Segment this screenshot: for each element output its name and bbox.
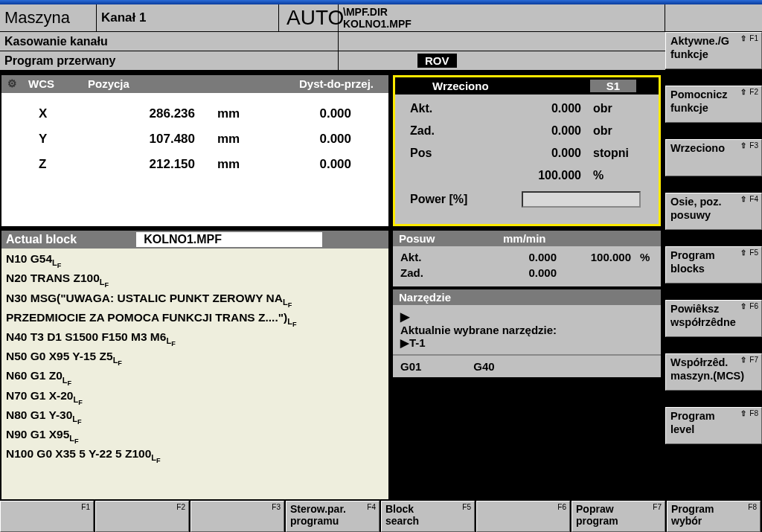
program-line: N100 G0 X35 5 Y-22 5 Z100LF <box>6 446 384 466</box>
vsoftkey-label: Współrzêd.maszyn.(MCS) <box>670 356 744 381</box>
arrow-up-icon: ⇧ <box>740 409 746 418</box>
vsoftkey-spindle[interactable]: ⇧ F3 Wrzeciono <box>665 139 762 176</box>
spindle-row-pos: Pos 0.000 stopni <box>410 147 644 160</box>
play-icon: ▶ <box>400 310 653 324</box>
gcode-g01: G01 <box>400 360 421 373</box>
vsoftkey-program-level[interactable]: ⇧ F8 Programlevel <box>665 407 762 444</box>
program-header-label: Actual block <box>6 233 77 246</box>
hsoftkey-program-select[interactable]: F8Programwybór <box>667 501 761 532</box>
status-header: Kasowanie kanału Program przerwany ROV <box>0 32 665 71</box>
feed-unit-header: mm/min <box>503 232 546 245</box>
channel-label: Kanał 1 <box>97 4 279 31</box>
program-panel: Actual block KOLNO1.MPF N10 G54LFN20 TRA… <box>1 231 388 499</box>
fkey-label: F7 <box>653 503 662 512</box>
gcode-row: G01 G40 <box>393 354 661 377</box>
axis-dist: 0.000 <box>247 157 374 172</box>
feed-row-actual: Akt. 0.000 100.000 % <box>400 251 653 263</box>
spindle-row-actual: Akt. 0.000 obr <box>410 102 644 115</box>
vsoftkey-label: Pomocniczfunkcje <box>670 89 728 113</box>
fkey-label: F1 <box>81 503 90 512</box>
vsoftkey-label: Programlevel <box>670 410 715 435</box>
fkey-label: F3 <box>749 141 758 150</box>
axis-unit: mm <box>195 106 247 121</box>
fkey-label: F1 <box>749 34 758 43</box>
spindle-label: Pos <box>410 147 499 160</box>
feed-row-set: Zad. 0.000 <box>400 266 653 279</box>
vsoftkey-program-blocks[interactable]: ⇧ F5 Programblocks <box>665 246 762 283</box>
gcode-g40: G40 <box>473 360 494 373</box>
axis-hdr-dist: Dyst-do-przej. <box>199 77 382 91</box>
spindle-unit: obr <box>581 124 612 138</box>
feed-value: 0.000 <box>482 266 557 279</box>
tool-body: ▶ Aktualnie wybrane narzędzie: ▶T-1 <box>393 305 661 354</box>
fkey-label: F6 <box>557 503 566 512</box>
hsoftkey-block-search[interactable]: F5Blocksearch <box>381 501 475 532</box>
arrow-up-icon: ⇧ <box>740 249 746 257</box>
hsoftkey-6[interactable]: F6 <box>476 501 570 532</box>
spindle-header: Wrzeciono S1 <box>395 77 659 94</box>
hsoftkey-3[interactable]: F3 <box>190 501 284 532</box>
vsoftkey-label: Programblocks <box>670 249 715 274</box>
hsoftkey-program-control[interactable]: F4Sterow.par.programu <box>286 501 380 532</box>
axis-name: X <box>16 106 91 121</box>
right-stack: Posuw mm/min Akt. 0.000 100.000 % Zad. 0… <box>393 231 661 499</box>
path-dir: \MPF.DIR <box>343 6 388 18</box>
axis-panel: WCS Pozycja Dyst-do-przej. X 286.236 mm … <box>1 75 388 226</box>
spindle-body: Akt. 0.000 obr Zad. 0.000 obr Pos 0.000 … <box>395 94 659 224</box>
axis-dist: 0.000 <box>247 132 374 147</box>
vsoftkey-label: Powiêkszwspółrzêdne <box>670 303 736 327</box>
axis-dist: 0.000 <box>247 106 374 121</box>
status-blank1 <box>339 32 665 51</box>
arrow-up-icon: ⇧ <box>740 88 746 97</box>
mode-label: AUTO <box>279 4 339 31</box>
program-status: Program przerwany <box>0 51 339 71</box>
vsoftkey-mcs[interactable]: ⇧ F7 Współrzêd.maszyn.(MCS) <box>665 353 762 391</box>
vertical-softkeys: ⇧ F1 Aktywne./Gfunkcje ⇧ F2 Pomocniczfun… <box>665 32 762 501</box>
axis-row-z: Z 212.150 mm 0.000 <box>16 157 374 172</box>
spindle-value: 0.000 <box>499 147 581 160</box>
vsoftkey-g-functions[interactable]: ⇧ F1 Aktywne./Gfunkcje <box>665 32 762 69</box>
fkey-label: F6 <box>749 302 758 311</box>
fkey-label: F3 <box>272 503 281 512</box>
feed-override: 100.000 <box>557 251 631 263</box>
axis-pos: 107.480 <box>91 132 195 147</box>
hsoftkey-1[interactable]: F1 <box>0 501 94 532</box>
program-header: Actual block KOLNO1.MPF <box>1 231 388 249</box>
axis-name: Z <box>16 157 91 172</box>
top-header: Maszyna Kanał 1 AUTO \MPF.DIR KOLNO1.MPF <box>0 4 762 32</box>
fkey-label: F7 <box>749 356 758 365</box>
spindle-label: Zad. <box>410 124 499 138</box>
spindle-label: Akt. <box>410 102 499 115</box>
program-name-field: KOLNO1.MPF <box>136 232 322 247</box>
content-area: WCS Pozycja Dyst-do-przej. X 286.236 mm … <box>0 71 665 501</box>
axis-unit: mm <box>195 132 247 147</box>
arrow-up-icon: ⇧ <box>740 141 746 150</box>
spindle-value: 0.000 <box>499 102 581 115</box>
spindle-value: 0.000 <box>499 124 581 138</box>
axis-pos: 286.236 <box>91 106 195 121</box>
axis-hdr-pos: Pozycja <box>88 77 199 91</box>
hsoftkey-correct-program[interactable]: F7Poprawprogram <box>572 501 665 532</box>
fkey-label: F8 <box>748 503 757 512</box>
program-line: N80 G1 Y-30LF <box>6 408 384 427</box>
arrow-up-icon: ⇧ <box>740 356 746 365</box>
vsoftkey-zoom-coords[interactable]: ⇧ F6 Powiêkszwspółrzêdne <box>665 300 762 337</box>
axis-unit: mm <box>195 157 247 172</box>
rov-cell: ROV <box>339 51 665 71</box>
arrow-up-icon: ⇧ <box>740 34 746 43</box>
spindle-value: 100.000 <box>499 169 581 182</box>
hsoftkey-2[interactable]: F2 <box>95 501 189 532</box>
feed-label: Zad. <box>400 266 482 279</box>
spindle-badge: S1 <box>590 80 636 92</box>
program-line: N50 G0 X95 Y-15 Z5LF <box>6 349 384 368</box>
vsoftkey-axes-feed[interactable]: ⇧ F4 Osie, poz.posuwy <box>665 193 762 230</box>
vsoftkey-aux-functions[interactable]: ⇧ F2 Pomocniczfunkcje <box>665 86 762 123</box>
program-line: N30 MSG("UWAGA: USTALIC PUNKT ZEROWY NAL… <box>6 291 384 310</box>
program-line: N70 G1 X-20LF <box>6 388 384 408</box>
fkey-label: F8 <box>749 409 758 418</box>
tool-panel: Narzędzie ▶ Aktualnie wybrane narzędzie:… <box>393 289 661 377</box>
program-line: N90 G1 X95LF <box>6 427 384 446</box>
program-line: N10 G54LF <box>6 251 384 271</box>
power-bar <box>522 191 641 208</box>
vsoftkey-label: Osie, poz.posuwy <box>670 196 722 220</box>
